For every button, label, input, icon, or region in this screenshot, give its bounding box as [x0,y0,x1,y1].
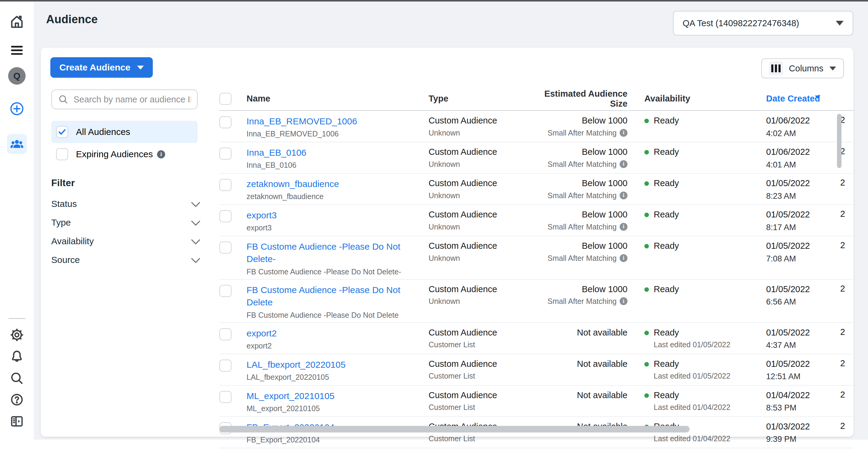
collapse-panel-icon[interactable] [6,410,28,432]
availability-status: Ready [654,115,679,127]
date-created: 01/06/2022 [766,146,832,158]
horizontal-scrollbar[interactable] [219,426,689,432]
chevron-down-icon [191,217,200,226]
search-input[interactable] [73,95,191,104]
filter-item-status[interactable]: Status [51,195,198,213]
columns-button[interactable]: Columns [761,59,844,78]
filter-item-availability[interactable]: Availability [51,232,198,251]
menu-icon[interactable] [6,39,28,61]
audience-name-link[interactable]: export2 [247,327,416,339]
info-icon[interactable]: i [620,254,627,262]
audience-type-sub: Unknown [429,297,543,306]
audience-name-sub: export3 [247,223,416,232]
audience-search-box[interactable] [51,90,198,109]
audience-name-link[interactable]: zetaknown_fbaudience [247,178,416,190]
truncated-id: 2 [832,240,854,250]
settings-gear-icon[interactable] [6,324,28,346]
row-checkbox[interactable] [219,285,231,297]
size-note: Small After Matching [548,254,617,263]
size-note: Small After Matching [548,160,617,169]
audience-name-sub: Inna_EB_REMOVED_1006 [247,129,416,138]
audience-name-link[interactable]: FB Custome Audience -Please Do Not Delet… [247,284,416,309]
row-checkbox[interactable] [219,241,231,254]
truncated-id: 2 [832,327,854,337]
search-icon[interactable] [6,367,28,389]
audience-type-sub: Unknown [429,191,543,200]
date-created: 01/05/2022 [766,327,832,338]
info-icon[interactable]: i [620,192,627,199]
notifications-bell-icon[interactable] [6,346,28,367]
audience-size: Below 1000 [543,284,627,295]
audiences-table: Name Type Estimated Audience Size Availa… [211,87,854,462]
sort-descending-icon [815,96,820,99]
chevron-down-icon [191,198,200,207]
row-checkbox[interactable] [219,391,231,403]
audience-size: Below 1000 [543,115,627,127]
row-checkbox[interactable] [219,328,231,340]
audience-name-sub: export2 [247,341,416,350]
audience-type-sub: Customer List [429,403,543,412]
audience-name-link[interactable]: Inna_EB_0106 [247,146,416,159]
vertical-scrollbar[interactable] [837,114,841,168]
info-icon[interactable]: i [620,129,627,137]
audience-name-sub: LAL_fbexport_20220105 [247,372,416,382]
availability-status: Ready [654,209,679,221]
column-header-name[interactable]: Name [247,94,429,104]
availability-sub: Last edited 01/04/2022 [654,403,730,412]
audience-size: Below 1000 [543,240,627,252]
home-icon[interactable] [6,11,28,33]
row-checkbox[interactable] [219,147,231,160]
info-icon[interactable]: i [620,223,627,231]
ready-status-dot [644,362,649,366]
time-created: 8:17 AM [766,223,832,232]
row-checkbox[interactable] [219,210,231,222]
filter-item-type[interactable]: Type [51,213,198,232]
audiences-icon[interactable] [7,134,27,154]
audience-type: Custom Audience [429,327,543,338]
table-header-row: Name Type Estimated Audience Size Availa… [219,87,854,111]
expiring-audiences-checkbox[interactable] [56,148,68,160]
info-icon[interactable]: i [157,150,165,158]
row-checkbox[interactable] [219,116,231,128]
audience-name-sub: zetaknown_fbaudience [247,192,416,201]
size-note: Small After Matching [548,128,617,137]
info-icon[interactable]: i [620,297,627,305]
audience-type-sub: Customer List [429,340,543,349]
filter-item-label: Status [51,199,77,209]
columns-label: Columns [789,64,824,73]
audience-type: Custom Audience [429,358,543,370]
ready-status-dot [644,181,649,186]
select-all-checkbox[interactable] [219,93,231,105]
help-icon[interactable] [6,389,28,410]
create-plus-icon[interactable] [6,98,28,120]
availability-status: Ready [654,284,679,295]
all-audiences-checkbox[interactable] [56,126,68,138]
availability-sub: Last edited 01/05/2022 [654,340,730,349]
ad-account-selector[interactable]: QA Test (1409822272476348) [673,11,853,36]
audience-name-link[interactable]: LAL_fbexport_20220105 [247,358,416,371]
audience-size: Below 1000 [543,209,627,221]
audience-name-link[interactable]: ML_export_20210105 [247,390,416,402]
audience-name-link[interactable]: FB Custome Audience -Please Do Not Delet… [247,240,416,265]
info-icon[interactable]: i [620,160,627,168]
column-header-type[interactable]: Type [429,94,543,104]
audience-name-link[interactable]: export3 [247,209,416,221]
create-audience-button[interactable]: Create Audience [50,57,153,78]
audience-size: Not available [543,390,627,401]
expiring-audiences-row[interactable]: Expiring Audiences i [51,143,198,165]
availability-status: Ready [654,240,679,252]
chevron-down-icon [830,67,836,70]
column-header-availability[interactable]: Availability [627,94,754,104]
all-audiences-row[interactable]: All Audiences [51,121,198,143]
filter-item-source[interactable]: Source [51,251,198,269]
column-header-date-created[interactable]: Date Created [754,94,832,104]
row-checkbox[interactable] [219,179,231,191]
column-header-size[interactable]: Estimated Audience Size [543,89,627,109]
audience-type: Custom Audience [429,178,543,189]
table-body: Inna_EB_REMOVED_1006Inna_EB_REMOVED_1006… [219,111,854,448]
row-checkbox[interactable] [219,360,231,372]
audience-name-link[interactable]: Inna_EB_REMOVED_1006 [247,115,416,127]
chevron-down-icon [191,254,200,263]
avatar[interactable]: Q [6,65,28,87]
sidebar-divider [8,318,25,319]
